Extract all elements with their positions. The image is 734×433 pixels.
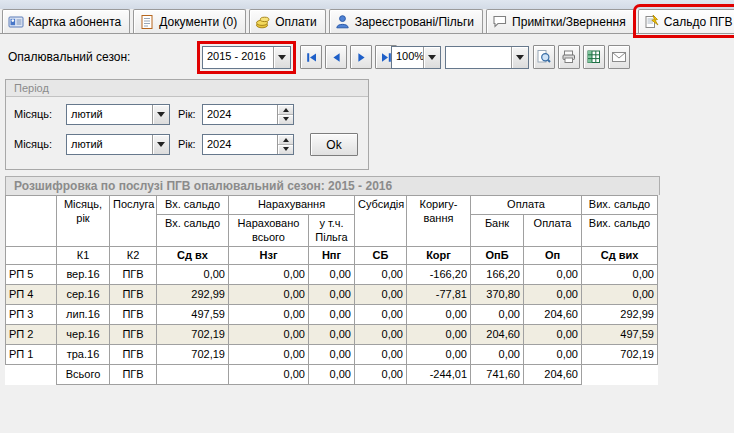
cell-sd-vyh: 0,00 — [582, 264, 658, 284]
month-combobox-1[interactable]: лютий — [66, 104, 170, 125]
month-value-2: лютий — [67, 135, 152, 154]
spin-up-button[interactable] — [278, 135, 293, 144]
empty-cell — [6, 364, 57, 384]
cell-nzg: 0,00 — [229, 324, 309, 344]
tab-documents[interactable]: Документи (0) — [133, 9, 246, 33]
cell-service: ПГВ — [110, 284, 157, 304]
cell-op: 0,00 — [524, 344, 582, 364]
row-label: РП 5 — [6, 264, 57, 284]
month-combobox-2[interactable]: лютий — [66, 134, 170, 155]
totals-service: ПГВ — [110, 364, 157, 384]
season-label: Опалювальний сезон: — [8, 50, 130, 64]
chevron-down-icon[interactable] — [423, 47, 440, 68]
cell-opb: 370,80 — [471, 284, 524, 304]
cell-nzg: 0,00 — [229, 344, 309, 364]
year-spinner-1[interactable]: 2024 — [202, 104, 294, 125]
cell-sb: 0,00 — [355, 284, 407, 304]
table-row[interactable]: РП 2 чер.16 ПГВ 702,19 0,00 0,00 0,00 0,… — [6, 324, 658, 344]
export-excel-button[interactable] — [583, 45, 605, 69]
cell-month: вер.16 — [57, 264, 110, 284]
cell-sb: 0,00 — [355, 344, 407, 364]
row-label: РП 4 — [6, 284, 57, 304]
cell-op: 0,00 — [524, 284, 582, 304]
cell-npg: 0,00 — [309, 324, 355, 344]
year-value-1: 2024 — [203, 105, 277, 124]
chevron-down-icon[interactable] — [152, 135, 169, 154]
code-korg: Корг — [407, 246, 471, 264]
excel-icon — [586, 49, 602, 65]
cell-sb: 0,00 — [355, 324, 407, 344]
cell-service: ПГВ — [110, 264, 157, 284]
table-row[interactable]: РП 3 лип.16 ПГВ 497,59 0,00 0,00 0,00 0,… — [6, 304, 658, 324]
totals-korg: -244,01 — [407, 364, 471, 384]
row-label: РП 2 — [6, 324, 57, 344]
cell-service: ПГВ — [110, 304, 157, 324]
chevron-up-icon — [283, 105, 289, 112]
next-record-button[interactable] — [350, 45, 372, 69]
tab-notes-appeals[interactable]: Примітки/Звернення — [486, 9, 635, 33]
col-month-year: Місяць, рік — [57, 196, 110, 247]
totals-opb: 741,60 — [471, 364, 524, 384]
tab-label: Оплати — [275, 15, 316, 29]
cell-sd-vh: 497,59 — [157, 304, 229, 324]
spin-up-button[interactable] — [278, 105, 293, 114]
printer-icon — [561, 49, 577, 65]
zoom-combobox[interactable]: 100% — [391, 46, 441, 69]
cell-npg: 0,00 — [309, 264, 355, 284]
code-sd-vh: Сд вх — [157, 246, 229, 264]
col-adjustment: Коригу-вання — [407, 196, 471, 247]
spin-down-button[interactable] — [278, 114, 293, 124]
cell-korg: -77,81 — [407, 284, 471, 304]
preview-button[interactable] — [533, 45, 555, 69]
tab-saldo-pgv[interactable]: Сальдо ПГВ — [638, 9, 734, 33]
corner-header-cell — [6, 196, 57, 247]
filter-combobox[interactable] — [445, 46, 529, 69]
chevron-down-icon[interactable] — [273, 47, 290, 68]
code-opb: ОпБ — [471, 246, 524, 264]
table-row[interactable]: РП 1 тра.16 ПГВ 702,19 0,00 0,00 0,00 0,… — [6, 344, 658, 364]
code-sd-vyh: Сд вих — [582, 246, 658, 264]
col-subsidy: Субсидія — [355, 196, 407, 247]
tab-bar: Картка абонента Документи (0) Оплати Зар… — [0, 9, 734, 34]
chevron-down-icon[interactable] — [511, 47, 528, 68]
cell-npg: 0,00 — [309, 304, 355, 324]
totals-nzg: 0,00 — [229, 364, 309, 384]
first-icon — [304, 50, 319, 65]
tab-registered-benefits[interactable]: Зареєстровані/Пільги — [329, 9, 483, 33]
document-icon — [139, 14, 155, 30]
totals-row[interactable]: Всього ПГВ 0,00 0,00 0,00 -244,01 741,60… — [6, 364, 658, 384]
balance-lightning-icon — [644, 14, 660, 30]
year-spinner-2[interactable]: 2024 — [202, 134, 294, 155]
cell-nzg: 0,00 — [229, 284, 309, 304]
print-button[interactable] — [558, 45, 580, 69]
filter-value — [446, 47, 511, 68]
first-record-button[interactable] — [300, 45, 322, 69]
season-value: 2015 - 2016 — [203, 47, 273, 68]
cell-sd-vyh: 292,99 — [582, 304, 658, 324]
year-label-1: Рік: — [178, 108, 196, 120]
season-combobox[interactable]: 2015 - 2016 — [202, 46, 291, 69]
month-label-2: Місяць: — [14, 138, 52, 150]
spinner-buttons — [277, 105, 293, 124]
cell-op: 204,60 — [524, 304, 582, 324]
tab-subscriber-card[interactable]: Картка абонента — [2, 9, 130, 33]
totals-sd-vh — [157, 364, 229, 384]
email-button[interactable] — [608, 45, 630, 69]
tab-label: Примітки/Звернення — [512, 15, 626, 29]
chevron-down-icon — [283, 147, 289, 154]
chevron-down-icon[interactable] — [152, 105, 169, 124]
period-title: Період — [6, 80, 368, 97]
saldo-table-block: Розшифровка по послузі ПГВ опалювальний … — [5, 176, 660, 385]
table-row[interactable]: РП 4 сер.16 ПГВ 292,99 0,00 0,00 0,00 -7… — [6, 284, 658, 304]
cell-month: тра.16 — [57, 344, 110, 364]
col-accrual-group: Нарахування — [229, 196, 355, 215]
spin-down-button[interactable] — [278, 144, 293, 154]
ok-button[interactable]: Ok — [310, 133, 358, 156]
totals-label: Всього — [57, 364, 110, 384]
table-row[interactable]: РП 5 вер.16 ПГВ 0,00 0,00 0,00 0,00 -166… — [6, 264, 658, 284]
tab-payments[interactable]: Оплати — [249, 9, 325, 33]
person-icon — [335, 14, 351, 30]
previous-record-button[interactable] — [325, 45, 347, 69]
year-value-2: 2024 — [203, 135, 277, 154]
cell-sb: 0,00 — [355, 304, 407, 324]
